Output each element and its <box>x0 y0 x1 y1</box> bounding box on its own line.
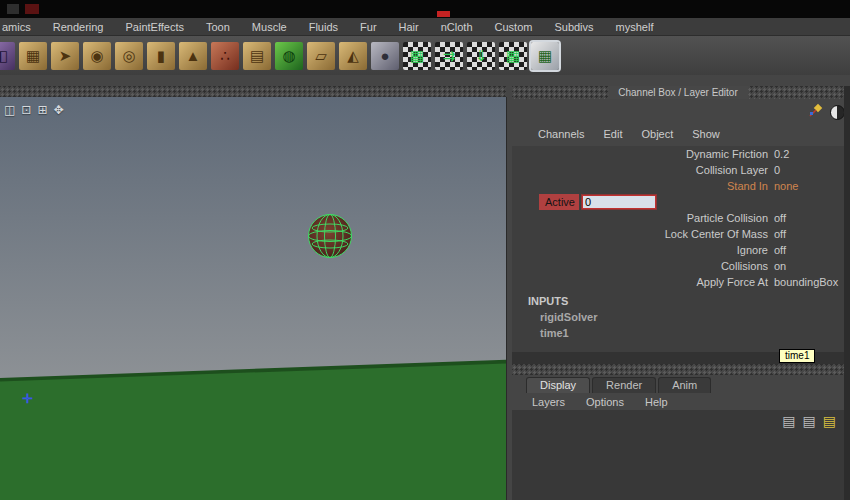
menu-layers[interactable]: Layers <box>532 396 565 408</box>
shelf-tab-muscle[interactable]: Muscle <box>241 19 298 35</box>
input-node-time1[interactable]: time1 <box>512 325 844 341</box>
layer-new-icon[interactable]: ▤ <box>803 413 816 429</box>
channel-label[interactable]: Dynamic Friction <box>512 146 774 162</box>
tab-render[interactable]: Render <box>592 377 656 393</box>
shelf-tab-hair[interactable]: Hair <box>388 19 430 35</box>
channel-value[interactable]: boundingBox <box>774 274 844 290</box>
tab-display[interactable]: Display <box>526 377 590 393</box>
channel-value[interactable]: none <box>774 178 844 194</box>
menu-options[interactable]: Options <box>586 396 624 408</box>
cylinder-icon[interactable]: ▮ <box>147 42 175 70</box>
layer-button-group: ▤ ▤ ▤ <box>782 413 836 429</box>
active-rigid-body-icon[interactable]: ▦ <box>531 42 559 70</box>
maya-window: amics Rendering PaintEffects Toon Muscle… <box>0 0 850 500</box>
spheres-icon[interactable]: ◉ <box>83 42 111 70</box>
channel-row: Lock Center Of Mass off <box>512 226 844 242</box>
active-value-input[interactable] <box>582 195 656 209</box>
particles-icon[interactable]: ∴ <box>211 42 239 70</box>
shelf-tab-ncloth[interactable]: nCloth <box>430 19 484 35</box>
torus-icon[interactable]: ◎ <box>115 42 143 70</box>
shelf-tab-dynamics[interactable]: amics <box>0 19 42 35</box>
tab-anim[interactable]: Anim <box>658 377 711 393</box>
shelf-tab-fluids[interactable]: Fluids <box>298 19 349 35</box>
rigid-body-sphere[interactable] <box>307 213 353 259</box>
channel-label[interactable]: Collision Layer <box>512 162 774 178</box>
snap-magnet-icon[interactable]: ✥ <box>53 103 63 117</box>
shelf-tab-painteffects[interactable]: PaintEffects <box>115 19 196 35</box>
channel-row-active: Active <box>512 194 844 210</box>
channel-row: Collision Layer 0 <box>512 162 844 178</box>
channel-box-title: Channel Box / Layer Editor <box>608 86 748 99</box>
channel-list: Dynamic Friction 0.2 Collision Layer 0 S… <box>512 146 844 352</box>
titlebar-red-marker-icon <box>437 11 450 17</box>
channel-label[interactable]: Stand In <box>512 178 774 194</box>
gravity-arrow-icon[interactable]: ⇓ <box>467 42 495 70</box>
channel-value[interactable]: off <box>774 242 844 258</box>
channel-label[interactable]: Collisions <box>512 258 774 274</box>
checker-sphere-icon[interactable]: ◍ <box>275 42 303 70</box>
cone-icon[interactable]: ▲ <box>179 42 207 70</box>
titlebar-record-icon <box>25 4 39 14</box>
cone-sphere-icon[interactable]: ◭ <box>339 42 367 70</box>
channel-label[interactable]: Apply Force At <box>512 274 774 290</box>
shelf-tab-toon[interactable]: Toon <box>195 19 241 35</box>
shelf-tab-custom[interactable]: Custom <box>484 19 544 35</box>
channel-value[interactable]: 0.2 <box>774 146 844 162</box>
channel-settings-icon[interactable] <box>808 103 823 118</box>
menu-edit[interactable]: Edit <box>603 128 622 140</box>
channel-box-icon-bar <box>512 101 838 121</box>
shelf: ◧ ▦ ➤ ◉ ◎ ▮ ▲ ∴ ▤ ◍ ▱ ◭ ● ▦ ⇉ ⇓ ▦ ▦ <box>0 36 850 75</box>
channel-value[interactable]: off <box>774 210 844 226</box>
planes-stack-icon[interactable]: ▤ <box>243 42 271 70</box>
input-node-rigidsolver[interactable]: rigidSolver <box>512 309 844 325</box>
shelf-tab-fur[interactable]: Fur <box>349 19 388 35</box>
ground-plane[interactable] <box>0 97 506 500</box>
checker-field-icon[interactable]: ▦ <box>403 42 431 70</box>
channel-row: Apply Force At boundingBox <box>512 274 844 290</box>
display-contrast-toggle-icon[interactable] <box>830 105 845 120</box>
poly-plane-icon[interactable]: ▦ <box>19 42 47 70</box>
channel-box-pane-handle[interactable]: Channel Box / Layer Editor <box>512 86 844 99</box>
titlebar <box>0 0 850 18</box>
channel-value[interactable]: on <box>774 258 844 274</box>
titlebar-marker-icon <box>7 4 19 14</box>
menu-channels[interactable]: Channels <box>538 128 584 140</box>
channel-row: Collisions on <box>512 258 844 274</box>
green-arrows-icon[interactable]: ⇉ <box>435 42 463 70</box>
menu-object[interactable]: Object <box>641 128 673 140</box>
checker-collide-icon[interactable]: ▦ <box>499 42 527 70</box>
layer-current-icon[interactable]: ▤ <box>823 413 836 429</box>
viewport-canvas[interactable]: ◫ ⊡ ⊞ ✥ ✛ <box>0 97 507 500</box>
layer-editor-menubar: Layers Options Help <box>512 394 844 410</box>
menu-show[interactable]: Show <box>692 128 720 140</box>
select-arrow-icon[interactable]: ➤ <box>51 42 79 70</box>
shaded-sphere-icon[interactable]: ● <box>371 42 399 70</box>
panel-right-edge <box>844 86 850 500</box>
viewport-pane-handle[interactable] <box>0 86 506 97</box>
shelf-tab-rendering[interactable]: Rendering <box>42 19 115 35</box>
channel-row: Particle Collision off <box>512 210 844 226</box>
shaded-cube-icon[interactable]: ⊡ <box>21 103 31 117</box>
tooltip-time1: time1 <box>779 349 815 363</box>
layer-editor-pane-handle[interactable] <box>512 364 844 375</box>
channel-row: Ignore off <box>512 242 844 258</box>
channel-value[interactable]: 0 <box>774 162 844 178</box>
viewport-toolbar: ◫ ⊡ ⊞ ✥ <box>4 103 64 117</box>
layer-empty-icon[interactable]: ▤ <box>782 413 795 429</box>
shelf-tab-bar: amics Rendering PaintEffects Toon Muscle… <box>0 18 850 36</box>
channel-row: Dynamic Friction 0.2 <box>512 146 844 162</box>
inputs-section-header: INPUTS <box>512 293 844 309</box>
channel-value[interactable]: off <box>774 226 844 242</box>
shelf-tab-subdivs[interactable]: Subdivs <box>543 19 604 35</box>
ramp-icon[interactable]: ▱ <box>307 42 335 70</box>
grid-icon[interactable]: ⊞ <box>37 103 47 117</box>
pane-layout-icon[interactable]: ◫ <box>4 103 15 117</box>
poly-cube-icon[interactable]: ◧ <box>0 42 15 70</box>
channel-label-active[interactable]: Active <box>539 194 579 210</box>
shelf-tab-myshelf[interactable]: myshelf <box>605 19 665 35</box>
channel-label[interactable]: Particle Collision <box>512 210 774 226</box>
channel-label[interactable]: Ignore <box>512 242 774 258</box>
channel-label[interactable]: Lock Center Of Mass <box>512 226 774 242</box>
menu-help[interactable]: Help <box>645 396 668 408</box>
layer-editor-content: ▤ ▤ ▤ <box>512 410 844 500</box>
